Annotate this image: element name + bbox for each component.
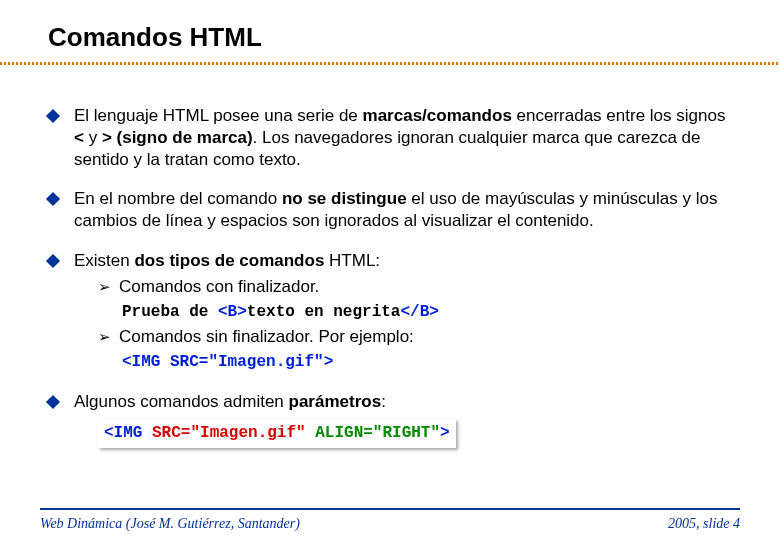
bullet-item: Algunos comandos admiten parámetros:<IMG… (48, 391, 740, 448)
code-line: <IMG SRC="Imagen.gif"> (122, 352, 740, 373)
code-box: <IMG SRC="Imagen.gif" ALIGN="RIGHT"> (98, 419, 456, 448)
bullet-text: Existen dos tipos de comandos HTML:➢Coma… (74, 250, 740, 374)
sub-item: ➢Comandos con finalizador. (98, 276, 740, 298)
code-line: Prueba de <B>texto en negrita</B> (122, 302, 740, 323)
arrow-icon: ➢ (98, 277, 111, 296)
diamond-bullet-icon (46, 192, 60, 206)
arrow-icon: ➢ (98, 327, 111, 346)
slide-title: Comandos HTML (48, 22, 740, 53)
sub-text: Comandos sin finalizador. Por ejemplo: (119, 326, 414, 348)
footer: Web Dinámica (José M. Gutiérrez, Santand… (40, 516, 740, 532)
bullet-text: El lenguaje HTML posee una serie de marc… (74, 105, 740, 170)
bullet-item: Existen dos tipos de comandos HTML:➢Coma… (48, 250, 740, 374)
bullet-item: El lenguaje HTML posee una serie de marc… (48, 105, 740, 170)
bullet-text: En el nombre del comando no se distingue… (74, 188, 740, 232)
sub-text: Comandos con finalizador. (119, 276, 319, 298)
diamond-bullet-icon (46, 395, 60, 409)
slide-content: El lenguaje HTML posee una serie de marc… (0, 83, 780, 448)
bullet-item: En el nombre del comando no se distingue… (48, 188, 740, 232)
bullet-text: Algunos comandos admiten parámetros:<IMG… (74, 391, 740, 448)
footer-rule (40, 508, 740, 510)
title-rule (0, 62, 780, 65)
sub-item: ➢Comandos sin finalizador. Por ejemplo: (98, 326, 740, 348)
footer-right: 2005, slide 4 (668, 516, 740, 532)
footer-left: Web Dinámica (José M. Gutiérrez, Santand… (40, 516, 300, 532)
diamond-bullet-icon (46, 109, 60, 123)
slide: Comandos HTML (0, 0, 780, 53)
diamond-bullet-icon (46, 254, 60, 268)
